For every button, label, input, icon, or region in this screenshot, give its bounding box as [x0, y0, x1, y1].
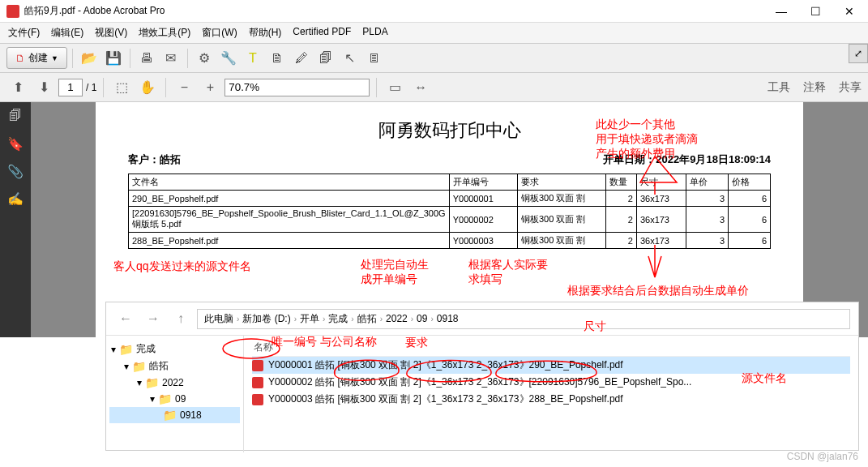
col-price: 单价 [686, 174, 729, 191]
close-button[interactable]: ✕ [837, 5, 862, 18]
tab-share[interactable]: 共享 [839, 80, 862, 95]
window-titlebar: 皓拓9月.pdf - Adobe Acrobat Pro — ☐ ✕ [0, 0, 868, 23]
stamp-button[interactable]: 🖉 [290, 47, 313, 70]
date-label: 开单日期： [603, 153, 656, 165]
folder-tree: ▾📁完成 ▾📁皓拓 ▾📁2022 ▾📁09 📁0918 [106, 336, 244, 452]
tool-button-3[interactable]: 🗐 [314, 47, 337, 70]
tab-tools[interactable]: 工具 [768, 80, 790, 95]
crumb[interactable]: 开单 [300, 312, 319, 326]
zoom-select[interactable] [224, 79, 370, 96]
file-list: 名称 Y0000001 皓拓 [铜板300 双面 割 2]《1_36x173 2… [244, 336, 858, 452]
crumb[interactable]: 0918 [437, 313, 459, 324]
tree-item[interactable]: ▾📁2022 [109, 375, 240, 391]
tree-item[interactable]: 📁0918 [109, 407, 240, 423]
col-qty: 数量 [606, 174, 637, 191]
menu-edit[interactable]: 编辑(E) [51, 26, 83, 40]
nav-back-button[interactable]: ← [114, 307, 137, 330]
col-filename: 文件名 [129, 174, 450, 191]
col-total: 价格 [729, 174, 771, 191]
crumb[interactable]: 皓拓 [357, 312, 377, 326]
file-explorer: ← → ↑ 此电脑› 新加卷 (D:)› 开单› 完成› 皓拓› 2022› 0… [105, 302, 859, 451]
col-orderno: 开单编号 [449, 174, 517, 191]
crumb[interactable]: 09 [417, 313, 427, 324]
pdf-file-icon [252, 377, 263, 388]
highlight-button[interactable]: T [242, 47, 264, 70]
date-value: 2022年9月18日18:09:14 [656, 153, 771, 165]
crumb[interactable]: 此电脑 [204, 312, 233, 326]
customer-label: 客户： [128, 153, 160, 165]
col-size: 尺寸 [636, 174, 686, 191]
pages-panel-icon[interactable]: 🗐 [7, 109, 24, 125]
menu-tools[interactable]: 增效工具(P) [139, 26, 190, 40]
page-up-button[interactable]: ⬆ [6, 76, 29, 99]
tool-button-4[interactable]: 🗏 [363, 47, 386, 70]
email-button[interactable]: ✉ [160, 47, 182, 70]
left-sidebar: 🗐 🔖 📎 ✍ [0, 102, 31, 337]
signature-panel-icon[interactable]: ✍ [7, 191, 24, 208]
chevron-down-icon: ▼ [51, 54, 58, 62]
watermark: CSDN @jalan76 [787, 451, 858, 462]
minimize-button[interactable]: — [769, 5, 793, 18]
table-row: 290_BE_Popshelf.pdfY0000001铜板300 双面 割236… [129, 191, 771, 207]
file-row[interactable]: Y0000002 皓拓 [铜板300 双面 割 2]《1_36x173 2_36… [252, 374, 850, 391]
table-row: 288_BE_Popshelf.pdfY0000003铜板300 双面 割236… [129, 233, 771, 249]
nav-forward-button[interactable]: → [142, 307, 165, 330]
menu-view[interactable]: 视图(V) [95, 26, 127, 40]
bookmarks-panel-icon[interactable]: 🔖 [7, 136, 24, 152]
maximize-button[interactable]: ☐ [803, 5, 827, 18]
table-row: [22091630]5796_BE_Popshelf_Spoolie_Brush… [129, 207, 771, 233]
tab-comment[interactable]: 注释 [803, 80, 826, 95]
crumb[interactable]: 新加卷 (D:) [242, 312, 290, 326]
pointer-button[interactable]: ↖ [339, 47, 361, 70]
menu-plda[interactable]: PLDA [362, 26, 387, 40]
page-total: / 1 [86, 82, 96, 93]
zoom-out-button[interactable]: − [173, 76, 195, 99]
app-icon [6, 5, 19, 18]
menu-certified[interactable]: Certified PDF [293, 26, 351, 40]
window-title: 皓拓9月.pdf - Adobe Acrobat Pro [24, 4, 165, 18]
explorer-nav: ← → ↑ 此电脑› 新加卷 (D:)› 开单› 完成› 皓拓› 2022› 0… [106, 302, 858, 336]
col-req: 要求 [517, 174, 605, 191]
expand-button[interactable]: ⤢ [849, 44, 868, 63]
fit-width-button[interactable]: ↔ [409, 76, 432, 99]
tool-button-1[interactable]: 🔧 [217, 47, 240, 70]
file-header-name[interactable]: 名称 [252, 339, 850, 357]
pdf-file-icon [252, 394, 263, 405]
zoom-in-button[interactable]: + [199, 76, 221, 99]
pdf-file-icon [252, 360, 263, 371]
print-button[interactable]: 🖶 [135, 47, 158, 70]
attachments-panel-icon[interactable]: 📎 [7, 164, 24, 180]
tree-item[interactable]: ▾📁09 [109, 391, 240, 407]
create-button[interactable]: 🗋 创建 ▼ [6, 47, 67, 69]
nav-up-button[interactable]: ↑ [169, 307, 192, 330]
select-tool[interactable]: ⬚ [110, 76, 133, 99]
pdf-title: 阿勇数码打印中心 [128, 118, 771, 143]
customer-value: 皓拓 [160, 153, 181, 165]
tool-button-2[interactable]: 🗎 [266, 47, 289, 70]
fit-page-button[interactable]: ▭ [383, 76, 406, 99]
create-icon: 🗋 [15, 53, 25, 64]
save-button[interactable]: 💾 [102, 47, 125, 70]
settings-button[interactable]: ⚙ [193, 47, 216, 70]
tree-item[interactable]: ▾📁完成 [109, 341, 240, 358]
file-row[interactable]: Y0000003 皓拓 [铜板300 双面 割 2]《1_36x173 2_36… [252, 391, 850, 408]
page-down-button[interactable]: ⬇ [32, 76, 55, 99]
menu-help[interactable]: 帮助(H) [249, 26, 282, 40]
page-number-input[interactable] [58, 79, 83, 96]
file-row[interactable]: Y0000001 皓拓 [铜板300 双面 割 2]《1_36x173 2_36… [252, 357, 850, 374]
create-label: 创建 [28, 51, 48, 65]
tree-item[interactable]: ▾📁皓拓 [109, 358, 240, 375]
menu-window[interactable]: 窗口(W) [202, 26, 237, 40]
order-table: 文件名 开单编号 要求 数量 尺寸 单价 价格 290_BE_Popshelf.… [128, 174, 771, 249]
breadcrumb-bar[interactable]: 此电脑› 新加卷 (D:)› 开单› 完成› 皓拓› 2022› 09› 091… [197, 309, 850, 329]
menu-bar: 文件(F) 编辑(E) 视图(V) 增效工具(P) 窗口(W) 帮助(H) Ce… [0, 23, 868, 44]
menu-file[interactable]: 文件(F) [8, 26, 40, 40]
toolbar-main: 🗋 创建 ▼ 📂 💾 🖶 ✉ ⚙ 🔧 T 🗎 🖉 🗐 ↖ 🗏 [0, 44, 868, 73]
crumb[interactable]: 完成 [328, 312, 348, 326]
toolbar-nav: ⬆ ⬇ / 1 ⬚ ✋ − + ▭ ↔ 工具 注释 共享 [0, 73, 868, 102]
open-button[interactable]: 📂 [78, 47, 100, 70]
crumb[interactable]: 2022 [386, 313, 408, 324]
hand-tool[interactable]: ✋ [136, 76, 159, 99]
